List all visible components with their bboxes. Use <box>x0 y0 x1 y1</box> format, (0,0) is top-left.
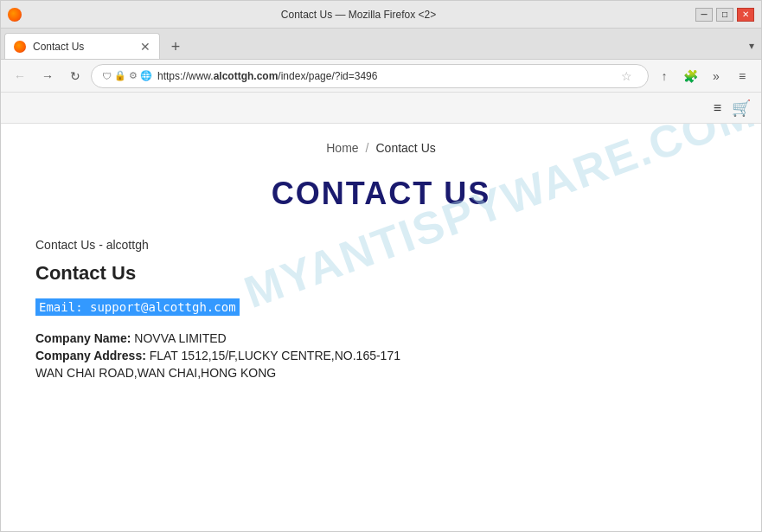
url-text: https://www.alcottgh.com/index/page/?id=… <box>157 70 611 82</box>
contact-heading: Contact Us <box>35 262 727 285</box>
overflow-button[interactable]: » <box>704 64 728 88</box>
navigation-bar: ← → ↻ 🛡 🔒 ⚙ 🌐 https://www.alcottgh.com/i… <box>1 60 761 93</box>
tab-bar: Contact Us ✕ + ▾ <box>1 29 761 60</box>
new-tab-button[interactable]: + <box>163 35 188 59</box>
title-bar-controls: ─ □ ✕ <box>695 8 754 22</box>
security-icons: 🛡 🔒 ⚙ 🌐 <box>102 70 152 81</box>
breadcrumb: Home / Contact Us <box>35 141 727 155</box>
page-title: CONTACT US <box>35 176 727 212</box>
title-bar-left <box>8 8 22 22</box>
url-domain: alcottgh.com <box>214 70 279 82</box>
active-tab[interactable]: Contact Us ✕ <box>4 33 160 59</box>
title-bar: Contact Us — Mozilla Firefox <2> ─ □ ✕ <box>1 1 761 29</box>
verified-icon: 🌐 <box>140 70 152 81</box>
menu-button[interactable]: ≡ <box>730 64 754 88</box>
back-button[interactable]: ← <box>8 64 32 88</box>
breadcrumb-home-link[interactable]: Home <box>326 141 358 155</box>
url-bar[interactable]: 🛡 🔒 ⚙ 🌐 https://www.alcottgh.com/index/p… <box>91 64 649 88</box>
refresh-button[interactable]: ↻ <box>63 64 87 88</box>
forward-button[interactable]: → <box>35 64 60 88</box>
site-toolbar: ≡ 🛒 <box>1 93 761 124</box>
lock-icon: 🔒 <box>114 70 126 81</box>
company-address-line1: Company Address: FLAT 1512,15/F,LUCKY CE… <box>35 349 727 362</box>
company-address-label: Company Address: <box>35 349 146 362</box>
tab-bar-right: ▾ <box>746 36 758 59</box>
company-name-line: Company Name: NOVVA LIMITED <box>35 331 727 345</box>
hamburger-menu-icon[interactable]: ≡ <box>714 100 721 116</box>
maximize-button[interactable]: □ <box>716 8 733 22</box>
page-content: MYANTISPYWARE.COM Home / Contact Us CONT… <box>1 124 761 531</box>
shield-icon: 🛡 <box>102 71 112 81</box>
shopping-cart-icon[interactable]: 🛒 <box>732 99 751 118</box>
company-name-label: Company Name: <box>35 331 131 345</box>
bookmark-star-icon[interactable]: ☆ <box>616 67 637 85</box>
company-address-line2: WAN CHAI ROAD,WAN CHAI,HONG KONG <box>35 366 727 380</box>
tab-close-button[interactable]: ✕ <box>140 40 150 54</box>
permissions-icon: ⚙ <box>129 70 138 81</box>
close-button[interactable]: ✕ <box>737 8 754 22</box>
nav-right-buttons: ↑ 🧩 » ≡ <box>652 64 754 88</box>
tab-favicon <box>14 41 26 53</box>
browser-window: Contact Us — Mozilla Firefox <2> ─ □ ✕ C… <box>0 0 762 532</box>
breadcrumb-separator: / <box>366 141 369 155</box>
company-address-value: FLAT 1512,15/F,LUCKY CENTRE,NO.165-171 <box>150 349 400 362</box>
company-info: Company Name: NOVVA LIMITED Company Addr… <box>35 331 727 380</box>
share-button[interactable]: ↑ <box>652 64 676 88</box>
tab-list-chevron-icon[interactable]: ▾ <box>746 36 758 55</box>
browser-title: Contact Us — Mozilla Firefox <2> <box>22 9 695 21</box>
section-label: Contact Us - alcottgh <box>35 238 727 252</box>
email-link[interactable]: Email: support@alcottgh.com <box>35 298 240 316</box>
breadcrumb-current: Contact Us <box>376 141 436 155</box>
firefox-icon <box>8 8 22 22</box>
extensions-button[interactable]: 🧩 <box>678 64 702 88</box>
tab-label: Contact Us <box>33 41 133 53</box>
company-name-value: NOVVA LIMITED <box>134 331 226 345</box>
minimize-button[interactable]: ─ <box>695 8 713 22</box>
